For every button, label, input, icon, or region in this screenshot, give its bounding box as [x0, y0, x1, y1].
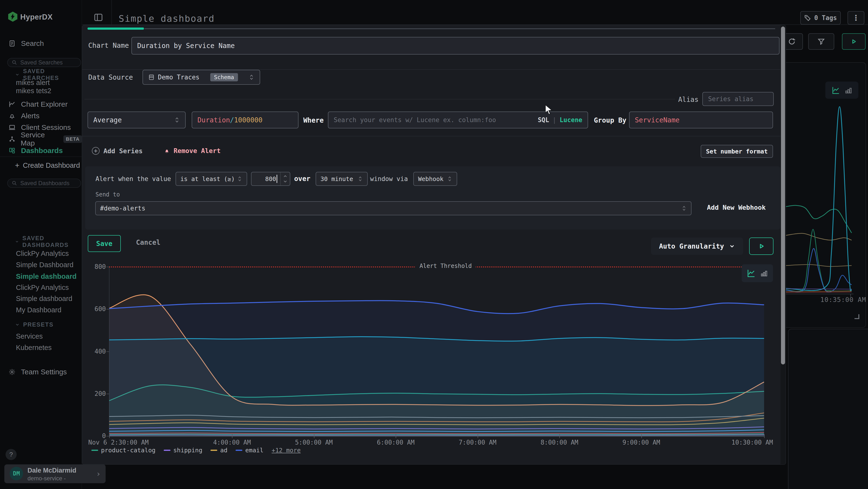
modal-scrollbar-thumb[interactable] [781, 27, 785, 365]
x-axis-tick [314, 434, 314, 438]
chart-type-toggle[interactable] [742, 264, 773, 282]
x-axis-tick [396, 434, 396, 438]
y-axis-tick-label: 200 [84, 390, 106, 397]
preset-item-kubernetes[interactable]: Kubernetes [16, 344, 79, 352]
sidebar-divider [0, 156, 82, 157]
preset-item-services[interactable]: Services [16, 333, 79, 340]
service-map-icon [8, 136, 17, 143]
x-axis-tick-label: Nov 6 2:30:00 AM [88, 439, 149, 446]
sidebar-item-chart-explorer[interactable]: Chart Explorer [0, 99, 82, 110]
y-axis-tick [106, 309, 109, 310]
y-axis-tick-label: 800 [84, 263, 106, 270]
legend-item-email[interactable]: email [236, 447, 263, 454]
search-icon [11, 180, 18, 186]
saved-dashboard-item[interactable]: ClickPy Analytics [16, 284, 79, 292]
edit-chart-modal: Chart Name Duration by Service Name Data… [82, 25, 786, 465]
refresh-icon [788, 37, 796, 46]
chart-legend: product-catalogshippingademail+12 more [91, 447, 301, 454]
x-axis-tick-label: 9:00:00 AM [593, 439, 689, 446]
help-button[interactable]: ? [5, 449, 17, 460]
x-axis-tick [559, 434, 560, 438]
line-chart-icon [746, 269, 756, 278]
avatar: DM [10, 467, 23, 480]
saved-search-item[interactable]: mikes alert [16, 79, 79, 87]
x-axis-tick [478, 434, 478, 438]
saved-dashboard-item-active[interactable]: Simple dashboard [16, 272, 79, 281]
x-axis-tick-label: 10:30:00 AM [732, 439, 773, 446]
search-icon [11, 60, 18, 65]
background-series [786, 205, 851, 233]
y-axis-tick [106, 351, 109, 352]
saved-searches-input[interactable]: Saved Searches [7, 58, 81, 67]
saved-searches-header[interactable]: SAVED SEARCHES [15, 71, 82, 78]
y-axis-tick-label: 400 [84, 348, 106, 355]
background-chart-type-toggle[interactable] [825, 82, 858, 99]
saved-searches-placeholder: Saved Searches [20, 59, 63, 66]
y-axis-tick [106, 394, 109, 394]
background-series [786, 292, 851, 292]
background-series [786, 249, 851, 292]
x-axis-tick [109, 434, 110, 438]
background-mini-chart [786, 102, 868, 297]
chevron-down-icon [15, 322, 20, 327]
presets-header[interactable]: PRESETS [15, 321, 54, 328]
y-axis-tick [106, 436, 109, 436]
panel-resize-handle[interactable] [855, 314, 859, 319]
kebab-icon: ⋮ [852, 13, 860, 23]
user-name: Dale McDiarmid [28, 467, 76, 474]
saved-dashboards-input[interactable]: Saved Dashboards [7, 179, 81, 188]
background-lower-panel [788, 329, 868, 489]
x-axis-tick [764, 434, 765, 438]
sidebar-collapse-button[interactable] [94, 12, 103, 22]
sidebar-item-alerts[interactable]: Alerts [0, 110, 82, 121]
legend-swatch [236, 450, 242, 451]
bar-chart-icon [760, 269, 768, 277]
chevron-right-icon: › [97, 469, 100, 479]
filter-button[interactable] [808, 33, 834, 50]
saved-dashboards-placeholder: Saved Dashboards [20, 180, 69, 186]
chart-area: Alert Threshold 0200400600800Nov 6 2:30:… [82, 25, 780, 465]
filter-funnel-icon [817, 37, 825, 46]
saved-dashboard-item[interactable]: ClickPy Analytics [16, 250, 79, 258]
laptop-icon [8, 124, 17, 131]
legend-item-ad[interactable]: ad [211, 447, 227, 454]
more-options-button[interactable]: ⋮ [847, 11, 864, 25]
collapse-sidebar-icon [94, 12, 103, 22]
background-series [786, 229, 851, 291]
chevron-down-icon [15, 72, 20, 77]
y-axis-tick-label: 0 [84, 432, 106, 439]
background-chart-x-label: 10:35:00 AM [801, 296, 866, 304]
sidebar-item-dashboards[interactable]: Dashboards [0, 145, 82, 156]
legend-item-product-catalog[interactable]: product-catalog [91, 447, 156, 454]
x-axis-tick [641, 434, 642, 438]
sidebar-search-label: Search [21, 39, 44, 48]
mouse-cursor [545, 104, 554, 116]
series-area-email [109, 300, 764, 436]
create-dashboard-button[interactable]: + Create Dashboard [15, 161, 80, 170]
sidebar-item-service-map[interactable]: Service Map BETA [0, 134, 82, 145]
saved-dashboards-header[interactable]: SAVED DASHBOARDS [15, 238, 82, 245]
hyperdx-logo-icon [8, 11, 18, 22]
background-run-button[interactable] [842, 33, 866, 50]
legend-swatch [91, 450, 98, 451]
tags-label: 0 Tags [814, 14, 837, 22]
sidebar: HyperDX Search Saved Searches SAVED SEAR… [0, 0, 82, 489]
saved-dashboard-item[interactable]: Simple dashboard [16, 295, 79, 303]
user-subtitle: demo-service - [28, 475, 66, 482]
saved-dashboard-item[interactable]: My Dashboard [16, 306, 79, 314]
play-icon [850, 37, 858, 46]
chart-explorer-icon [8, 100, 17, 108]
timeseries-plot[interactable] [109, 267, 764, 436]
saved-dashboard-item[interactable]: Simple Dashboard [16, 261, 79, 269]
x-axis [109, 436, 764, 437]
plus-icon: + [15, 161, 20, 170]
legend-item-shipping[interactable]: shipping [164, 447, 202, 454]
saved-search-item[interactable]: mikes tets2 [16, 87, 79, 95]
y-axis-tick [106, 267, 109, 267]
tags-button[interactable]: 0 Tags [800, 11, 841, 25]
legend-item-+12 more[interactable]: +12 more [272, 447, 301, 454]
background-series [786, 233, 851, 240]
user-profile-card[interactable]: DM Dale McDiarmid demo-service - › [4, 464, 105, 483]
sidebar-item-team-settings[interactable]: Team Settings [0, 366, 82, 377]
sidebar-item-search[interactable]: Search [0, 38, 82, 49]
